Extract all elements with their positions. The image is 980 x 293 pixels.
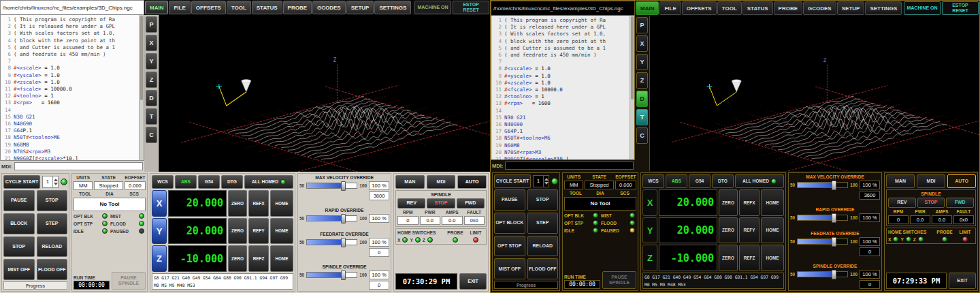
slider-handle[interactable] [832, 270, 836, 279]
spindle-stop-button[interactable]: STOP [427, 198, 455, 209]
pause-button[interactable]: PAUSE [3, 190, 35, 211]
spin-down-icon[interactable] [54, 183, 58, 185]
tab-probe[interactable]: PROBE [774, 1, 802, 15]
editor-scrollbar[interactable] [139, 15, 144, 160]
dtg-button[interactable]: DTG [712, 174, 734, 188]
tab-status[interactable]: STATUS [252, 1, 282, 14]
ref-z-button[interactable]: REFZ [248, 245, 269, 272]
spin-up-icon[interactable] [54, 179, 58, 181]
scrollbar-thumb[interactable] [631, 16, 634, 99]
gcode-listing[interactable]: 1( This program is copyright of Ra2( It … [0, 15, 144, 161]
tab-gcodes[interactable]: GCODES [312, 1, 346, 14]
tab-status[interactable]: STATUS [742, 1, 773, 15]
zero-x-button[interactable]: ZERO [228, 190, 247, 217]
ref-y-button[interactable]: REFY [739, 217, 760, 244]
spindle-slider[interactable] [797, 271, 848, 277]
slider-handle[interactable] [341, 238, 346, 247]
tab-tool[interactable]: TOOL [227, 1, 251, 14]
zero-y-button[interactable]: ZERO [719, 217, 738, 244]
auto-button[interactable]: AUTO [457, 175, 487, 189]
g54-button[interactable]: G54 [689, 174, 710, 188]
home-z-button[interactable]: HOME [270, 245, 293, 272]
wcs-button[interactable]: WCS [642, 174, 664, 188]
opt-stop-button[interactable]: STOP [3, 236, 35, 258]
slider-handle[interactable] [832, 237, 836, 247]
key-z[interactable]: Z [636, 72, 648, 89]
flood-off-button[interactable]: FLOOD OFF [37, 259, 68, 280]
home-x-button[interactable]: HOME [270, 190, 293, 217]
cycle-repeat-spinbox[interactable]: 1 [533, 175, 549, 187]
exit-button[interactable]: EXIT [949, 273, 976, 289]
spindle-slider[interactable] [306, 272, 357, 278]
tab-tool[interactable]: TOOL [717, 1, 742, 15]
key-c[interactable]: C [636, 127, 648, 144]
pause-spindle-button[interactable]: PAUSE SPINDLE [112, 272, 146, 290]
tab-setup[interactable]: SETUP [346, 1, 374, 14]
key-t[interactable]: T [636, 109, 648, 125]
opt-block-button[interactable]: OPT BLOCK [494, 213, 525, 234]
all-homed-button[interactable]: ALL HOMED [735, 174, 784, 188]
axis-y-key[interactable]: Y [152, 218, 167, 245]
tab-offsets[interactable]: OFFSETS [191, 1, 226, 14]
cycle-repeat-spinbox[interactable]: 1 [42, 176, 59, 188]
mist-off-button[interactable]: MIST OFF [494, 258, 525, 279]
rapid-slider[interactable] [797, 215, 848, 221]
estop-reset-button[interactable]: ESTOP RESET [942, 1, 979, 15]
axis-y-key[interactable]: Y [642, 217, 657, 244]
key-p[interactable]: P [146, 16, 157, 33]
flood-off-button[interactable]: FLOOD OFF [527, 258, 559, 279]
zero-z-button[interactable]: ZERO [228, 245, 247, 272]
pause-spindle-button[interactable]: PAUSE SPINDLE [602, 271, 636, 289]
stop-button[interactable]: STOP [37, 190, 68, 211]
estop-reset-button[interactable]: ESTOP RESET [453, 1, 489, 14]
axis-z-key[interactable]: Z [642, 245, 657, 271]
feedrate-slider[interactable] [306, 239, 357, 245]
all-homed-button[interactable]: ALL HOMED [244, 175, 293, 189]
tab-file[interactable]: FILE [659, 1, 681, 15]
tab-setup[interactable]: SETUP [837, 1, 865, 15]
key-z[interactable]: Z [146, 72, 157, 88]
opt-stop-button[interactable]: OPT STOP [494, 236, 525, 257]
file-path-field[interactable]: /home/chris/linuxcnc/nc_files/examples/3… [0, 0, 144, 15]
home-y-button[interactable]: HOME [270, 218, 293, 245]
tab-offsets[interactable]: OFFSETS [682, 1, 717, 15]
abs-button[interactable]: ABS [175, 175, 197, 189]
spinbox-arrows[interactable] [52, 176, 58, 187]
pause-button[interactable]: PAUSE [494, 189, 525, 211]
exit-button[interactable]: EXIT [459, 273, 487, 290]
man-button[interactable]: MAN [886, 174, 915, 188]
gcode-listing[interactable]: 1( This program is copyright of Ra2( It … [491, 16, 635, 160]
step-button[interactable]: STEP [527, 213, 559, 234]
key-x[interactable]: X [636, 35, 648, 52]
preview-3d[interactable]: Z [159, 15, 490, 172]
spindle-stop-button[interactable]: STOP [917, 198, 945, 208]
key-y[interactable]: Y [636, 54, 648, 70]
feedrate-slider[interactable] [797, 238, 848, 245]
reload-button[interactable]: RELOAD [37, 236, 68, 258]
tab-file[interactable]: FILE [169, 1, 190, 14]
key-y[interactable]: Y [146, 53, 157, 70]
dtg-button[interactable]: DTG [221, 175, 243, 189]
preview-3d[interactable]: Z [650, 16, 979, 171]
cycle-start-button[interactable]: CYCLE START [3, 175, 40, 189]
axis-z-key[interactable]: Z [152, 245, 167, 272]
spindle-fwd-button[interactable]: FWD [946, 198, 974, 208]
mdi-button[interactable]: MDI [427, 175, 456, 189]
slider-handle[interactable] [341, 181, 346, 191]
ref-x-button[interactable]: REFX [248, 190, 269, 217]
zero-z-button[interactable]: ZERO [719, 245, 738, 271]
mist-off-button[interactable]: MIST OFF [3, 259, 35, 280]
mdi-button[interactable]: MDI [917, 174, 945, 188]
zero-x-button[interactable]: ZERO [719, 189, 738, 216]
zero-y-button[interactable]: ZERO [228, 218, 247, 245]
slider-handle[interactable] [832, 181, 836, 190]
max-velocity-slider[interactable] [306, 183, 357, 189]
man-button[interactable]: MAN [395, 175, 425, 189]
spindle-fwd-button[interactable]: FWD [457, 198, 485, 209]
mdi-input[interactable] [14, 162, 143, 170]
key-d[interactable]: D [636, 91, 648, 107]
step-button[interactable]: STEP [37, 213, 68, 234]
key-t[interactable]: T [146, 108, 157, 125]
cycle-start-button[interactable]: CYCLE START [494, 174, 531, 188]
file-path-field[interactable]: /home/chris/linuxcnc/nc_files/examples/3… [491, 1, 635, 16]
